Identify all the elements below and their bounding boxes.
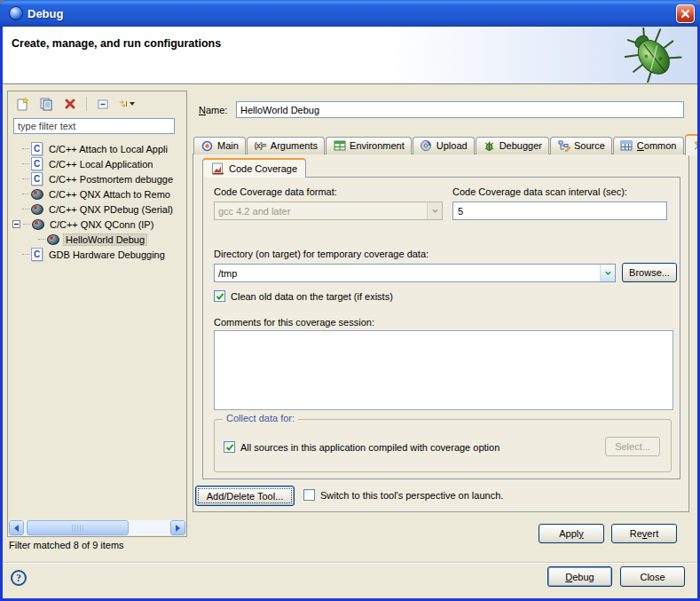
checkbox-checked-icon[interactable]: [214, 290, 225, 302]
comments-label: Comments for this coverage session:: [214, 317, 374, 328]
tab-debugger[interactable]: Debugger: [476, 137, 549, 154]
tab-tools[interactable]: Tools: [685, 134, 700, 155]
name-input[interactable]: [236, 101, 684, 118]
scan-interval-input[interactable]: [452, 202, 667, 220]
checkbox-label: Switch to this tool's perspective on lau…: [320, 490, 503, 501]
checkbox-label: All sources in this application compiled…: [240, 442, 499, 453]
qnx-launch-icon: [32, 219, 44, 230]
filter-status-text: Filter matched 8 of 9 items: [9, 540, 124, 550]
footer-separator: [3, 562, 697, 564]
c-launch-icon: C: [31, 157, 43, 170]
scroll-right-button[interactable]: [170, 520, 185, 535]
switch-perspective-checkbox[interactable]: Switch to this tool's perspective on lau…: [303, 489, 503, 501]
filter-menu-caret-icon: [130, 102, 135, 106]
tab-code-coverage[interactable]: Code Coverage: [202, 158, 306, 178]
tab-arguments[interactable]: (x)= Arguments: [247, 137, 325, 154]
tree-item-local-application[interactable]: C C/C++ Local Application: [10, 156, 185, 171]
tree-item-attach-local[interactable]: C C/C++ Attach to Local Appli: [10, 141, 185, 156]
common-tab-icon: [620, 139, 633, 152]
filter-input[interactable]: [13, 118, 175, 134]
apply-button[interactable]: Apply: [539, 524, 604, 543]
comments-textarea[interactable]: [214, 330, 673, 410]
qnx-launch-icon: [31, 204, 43, 215]
checkbox-unchecked-icon[interactable]: [303, 489, 315, 501]
scroll-left-button[interactable]: [9, 520, 24, 535]
revert-button[interactable]: Revert: [611, 524, 677, 543]
scroll-right-icon: [176, 525, 180, 532]
new-configuration-icon: [15, 97, 29, 111]
inner-tab-label: Code Coverage: [229, 163, 297, 174]
clean-old-data-checkbox[interactable]: Clean old data on the target (if exists): [214, 290, 393, 302]
tree-item-label: GDB Hardware Debugging: [47, 249, 167, 260]
tree-item-label: C/C++ Local Application: [47, 159, 154, 170]
debugger-tab-icon: [483, 139, 496, 152]
collapse-expander-icon[interactable]: [12, 220, 20, 228]
browse-button[interactable]: Browse...: [622, 263, 677, 282]
dialog-header: Create, manage, and run configurations: [3, 27, 697, 84]
tab-environment[interactable]: Environment: [326, 137, 412, 154]
environment-tab-icon: [333, 139, 346, 152]
add-delete-tool-button[interactable]: Add/Delete Tool...: [195, 486, 295, 506]
close-button[interactable]: Close: [620, 566, 685, 587]
scrollbar-thumb[interactable]: [27, 520, 129, 535]
coverage-format-combo: [214, 202, 443, 220]
format-label: Code Coverage data format:: [214, 186, 337, 197]
collect-data-group-label: Collect data for:: [223, 413, 298, 423]
qnx-launch-icon: [47, 234, 59, 245]
duplicate-configuration-icon: [39, 97, 53, 111]
c-launch-icon: C: [31, 248, 43, 261]
directory-value-input[interactable]: [215, 265, 600, 281]
tree-connector: [22, 148, 29, 149]
select-button: Select...: [605, 437, 660, 456]
tree-item-label: C/C++ Postmortem debugge: [47, 174, 175, 185]
tab-label: Debugger: [499, 140, 542, 151]
all-sources-checkbox[interactable]: All sources in this application compiled…: [224, 441, 499, 453]
dropdown-button[interactable]: [600, 265, 615, 281]
check-icon: [216, 292, 224, 301]
filter-icon: [119, 98, 128, 110]
title-bar[interactable]: Debug: [0, 0, 700, 27]
tree-item-qnx-pdebug[interactable]: C/C++ QNX PDebug (Serial): [10, 202, 185, 217]
tab-source[interactable]: Source: [550, 137, 612, 154]
checkbox-label: Clean old data on the target (if exists): [231, 291, 393, 302]
collapse-all-button[interactable]: [94, 95, 112, 113]
close-window-button[interactable]: [676, 4, 695, 23]
chevron-down-icon: [432, 208, 438, 214]
help-icon: ?: [16, 572, 21, 585]
tab-label: Arguments: [271, 140, 318, 151]
configurations-panel: C C/C++ Attach to Local Appli C C/C++ Lo…: [7, 91, 187, 537]
interval-label: Code Coverage data scan interval (sec):: [452, 186, 627, 197]
tab-main[interactable]: Main: [193, 137, 246, 154]
new-configuration-button[interactable]: [13, 95, 31, 113]
dropdown-button: [427, 202, 442, 219]
tools-tab-page: Code Coverage Code Coverage data format:…: [193, 154, 689, 512]
tree-item-gdb-hardware[interactable]: C GDB Hardware Debugging: [10, 247, 185, 262]
delete-configuration-button[interactable]: [61, 95, 79, 113]
tree-item-label: C/C++ QNX QConn (IP): [48, 219, 155, 230]
debug-orb-icon: [9, 6, 23, 20]
tree-item-helloworld-debug[interactable]: HelloWorld Debug: [10, 232, 185, 247]
toolbar-separator: [86, 97, 87, 111]
collect-data-group: Collect data for: All sources in this ap…: [214, 419, 672, 472]
horizontal-scrollbar[interactable]: [9, 520, 185, 535]
directory-label: Directory (on target) for temporary cove…: [214, 249, 429, 259]
tab-common[interactable]: Common: [613, 137, 684, 154]
tab-label: Common: [637, 140, 677, 151]
debug-button[interactable]: Debug: [547, 566, 612, 587]
directory-combo[interactable]: [214, 264, 616, 282]
dialog-body: C C/C++ Attach to Local Appli C C/C++ Lo…: [3, 85, 697, 598]
arguments-tab-icon: (x)=: [254, 139, 267, 152]
filter-configurations-button[interactable]: [118, 95, 136, 113]
tab-upload[interactable]: Upload: [413, 137, 475, 154]
tab-label: Main: [217, 140, 239, 151]
duplicate-configuration-button[interactable]: [37, 95, 55, 113]
tree-item-label: C/C++ Attach to Local Appli: [47, 144, 169, 154]
tree-item-qnx-attach[interactable]: C/C++ QNX Attach to Remo: [10, 186, 185, 202]
checkbox-checked-icon[interactable]: [224, 441, 235, 453]
help-button[interactable]: ?: [11, 570, 27, 586]
code-coverage-tab-icon: [211, 162, 224, 175]
tree-item-qnx-qconn[interactable]: C/C++ QNX QConn (IP): [10, 217, 185, 232]
check-icon: [225, 443, 234, 452]
tree-item-postmortem[interactable]: C C/C++ Postmortem debugge: [10, 171, 185, 186]
configuration-editor: Name: Main (x)= Arguments: [193, 91, 691, 548]
